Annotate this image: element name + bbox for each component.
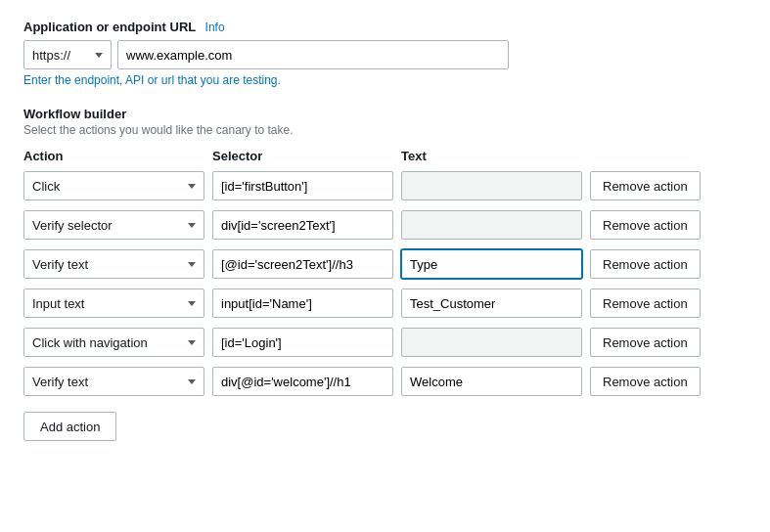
remove-action-button-2[interactable]: Remove action (590, 210, 701, 240)
selector-input-3[interactable] (212, 249, 393, 279)
action-label-3: Verify text (32, 257, 182, 272)
action-label-6: Verify text (32, 375, 182, 389)
info-link[interactable]: Info (205, 21, 225, 34)
action-label-4: Input text (32, 296, 182, 311)
action-chevron-icon-1 (188, 184, 196, 189)
selector-input-2[interactable] (212, 210, 393, 240)
remove-action-button-5[interactable]: Remove action (590, 328, 701, 357)
protocol-chevron-icon (95, 53, 103, 58)
workflow-subtitle: Select the actions you would like the ca… (23, 123, 747, 137)
selector-input-5[interactable] (212, 328, 393, 357)
action-row: Click with navigationRemove action (23, 328, 747, 357)
url-row: https:// (23, 40, 747, 69)
text-input-4[interactable] (401, 288, 582, 318)
action-chevron-icon-5 (188, 340, 196, 345)
remove-action-button-1[interactable]: Remove action (590, 171, 701, 200)
text-input-3[interactable] (401, 249, 582, 279)
action-dropdown-1[interactable]: Click (23, 171, 204, 200)
text-input-1 (401, 171, 582, 200)
col-selector-header: Selector (212, 149, 393, 163)
action-dropdown-3[interactable]: Verify text (23, 249, 204, 279)
action-label-2: Verify selector (32, 218, 182, 233)
selector-input-1[interactable] (212, 171, 393, 200)
url-section: Application or endpoint URL Info https:/… (23, 20, 747, 87)
remove-action-button-3[interactable]: Remove action (590, 249, 701, 279)
workflow-section: Workflow builder Select the actions you … (23, 107, 747, 441)
action-dropdown-6[interactable]: Verify text (23, 367, 204, 396)
action-label-5: Click with navigation (32, 335, 182, 350)
selector-input-4[interactable] (212, 288, 393, 318)
action-label-1: Click (32, 179, 182, 194)
text-input-6[interactable] (401, 367, 582, 396)
action-row: ClickRemove action (23, 171, 747, 200)
action-dropdown-4[interactable]: Input text (23, 288, 204, 318)
action-chevron-icon-6 (188, 379, 196, 384)
workflow-title: Workflow builder (23, 107, 747, 121)
selector-input-6[interactable] (212, 367, 393, 396)
add-action-button[interactable]: Add action (23, 412, 116, 441)
url-hint: Enter the endpoint, API or url that you … (23, 73, 747, 87)
action-chevron-icon-2 (188, 223, 196, 228)
action-dropdown-2[interactable]: Verify selector (23, 210, 204, 240)
protocol-select[interactable]: https:// (23, 40, 112, 69)
col-text-header: Text (401, 149, 582, 163)
text-input-2 (401, 210, 582, 240)
action-rows-container: ClickRemove actionVerify selectorRemove … (23, 171, 747, 396)
endpoint-input[interactable] (117, 40, 509, 69)
action-row: Verify textRemove action (23, 367, 747, 396)
remove-action-button-4[interactable]: Remove action (590, 288, 701, 318)
remove-action-button-6[interactable]: Remove action (590, 367, 701, 396)
action-row: Verify textRemove action (23, 249, 747, 279)
url-label-text: Application or endpoint URL (23, 20, 196, 34)
text-input-5 (401, 328, 582, 357)
url-label: Application or endpoint URL Info (23, 20, 747, 34)
action-row: Input textRemove action (23, 288, 747, 318)
column-headers: Action Selector Text (23, 149, 747, 163)
col-action-header: Action (23, 149, 204, 163)
action-chevron-icon-4 (188, 301, 196, 306)
action-row: Verify selectorRemove action (23, 210, 747, 240)
action-dropdown-5[interactable]: Click with navigation (23, 328, 204, 357)
protocol-value: https:// (32, 48, 89, 63)
action-chevron-icon-3 (188, 262, 196, 267)
